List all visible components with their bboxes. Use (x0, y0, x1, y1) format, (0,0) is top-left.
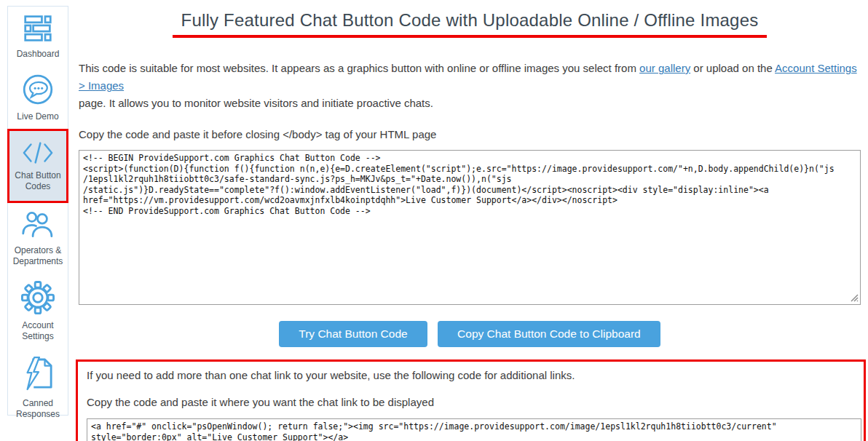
additional-code-wrap: <a href="#" onclick="psOpenWindow(); ret… (87, 418, 857, 441)
sidebar-item-live-demo[interactable]: Live Demo (8, 66, 68, 129)
sidebar-item-label: Operators & Departments (9, 245, 66, 267)
dashboard-icon (9, 14, 66, 46)
sidebar-item-dashboard[interactable]: Dashboard (8, 7, 68, 66)
copy-instruction: Copy the code and paste it before closin… (79, 126, 861, 143)
chat-button-code-textarea[interactable]: <!-- BEGIN ProvideSupport.com Graphics C… (79, 150, 861, 305)
main-code-wrap: <!-- BEGIN ProvideSupport.com Graphics C… (79, 150, 861, 305)
additional-links-section: If you need to add more than one chat li… (76, 359, 866, 441)
try-chat-button-code-button[interactable]: Try Chat Button Code (279, 321, 427, 347)
intro-text-1: This code is suitable for most websites.… (79, 62, 639, 74)
chat-button-codes-page: Dashboard Live Demo (0, 0, 868, 441)
sidebar-item-account-settings[interactable]: Account Settings (8, 274, 68, 349)
code-icon (11, 141, 65, 167)
sidebar-item-label: Dashboard (9, 49, 66, 60)
our-gallery-link[interactable]: our gallery (639, 62, 690, 74)
sidebar-item-label: Canned Responses (9, 398, 66, 420)
sidebar-item-chat-button-codes[interactable]: Chat Button Codes (7, 129, 68, 203)
sidebar: Dashboard Live Demo (7, 6, 68, 416)
additional-copy-instruction: Copy the code and paste it where you wan… (87, 394, 857, 411)
copy-chat-button-code-button[interactable]: Copy Chat Button Code to Clipboard (438, 321, 660, 347)
sidebar-item-canned-responses[interactable]: Canned Responses (8, 349, 68, 426)
main-content: Fully Featured Chat Button Code with Upl… (79, 0, 861, 441)
operators-icon (9, 210, 66, 242)
title-wrap: Fully Featured Chat Button Code with Upl… (79, 10, 861, 38)
additional-links-text: If you need to add more than one chat li… (87, 367, 857, 384)
button-row: Try Chat Button Code Copy Chat Button Co… (79, 321, 861, 347)
additional-link-code-textarea[interactable]: <a href="#" onclick="psOpenWindow(); ret… (87, 418, 861, 441)
canned-responses-icon (9, 356, 66, 395)
sidebar-item-label: Chat Button Codes (11, 170, 65, 192)
gear-icon (9, 281, 66, 317)
intro-text-2: or upload on the (690, 62, 775, 74)
intro-text-3: page. It allows you to monitor website v… (79, 97, 433, 109)
sidebar-item-label: Account Settings (9, 320, 66, 342)
sidebar-item-operators-departments[interactable]: Operators & Departments (8, 203, 68, 274)
intro-paragraph: This code is suitable for most websites.… (79, 60, 861, 112)
live-demo-icon (9, 74, 66, 108)
page-title: Fully Featured Chat Button Code with Upl… (173, 10, 768, 38)
sidebar-item-label: Live Demo (9, 111, 66, 122)
resize-grip-icon[interactable] (849, 293, 859, 302)
